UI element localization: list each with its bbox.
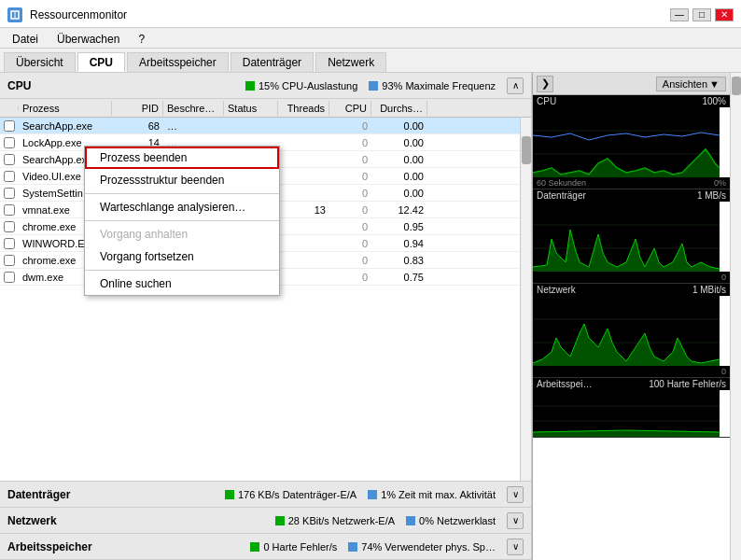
ansichten-label: Ansichten [663,78,707,90]
netzwerk-stat2-icon [406,516,415,525]
cpu-graph-section: CPU 100% 60 Sekunden 0% [533,95,730,189]
window-controls[interactable]: — □ ✕ [670,8,734,21]
cpu-graph-canvas [533,107,720,177]
menu-datei[interactable]: Datei [4,30,47,46]
tab-arbeitsspeicher[interactable]: Arbeitsspeicher [127,52,229,72]
row9-cpu: 0 [329,271,371,284]
arbeitsspeicher-stat1-icon [250,542,259,552]
row2-avg: 0.00 [371,153,427,166]
row6-checkbox[interactable] [4,221,15,232]
row9-checkbox[interactable] [4,272,15,283]
netzwerk-stat1-icon [275,516,285,525]
row5-checkbox[interactable] [4,204,15,216]
datentraeger-stat1: 176 KB/s Datenträger-E/A [225,489,357,500]
close-button[interactable]: ✕ [715,8,734,21]
maximize-button[interactable]: □ [692,8,711,21]
cpu-collapse-btn[interactable]: ∧ [507,77,524,94]
row1-checkbox[interactable] [4,137,15,148]
left-panel: CPU 15% CPU-Auslastung 93% Maximale Freq… [0,73,532,560]
cpu-stat1-label: 15% CPU-Auslastung [259,80,357,91]
row9-avg: 0.75 [371,271,427,284]
arbeitsspeicher-collapse-btn[interactable]: ∨ [507,539,524,555]
netzwerk-stat1: 28 KBit/s Netzwerk-E/A [275,515,395,526]
row0-checkbox[interactable] [4,120,15,132]
cpu-graph-label: CPU [537,96,556,106]
right-nav-button[interactable]: ❯ [537,76,553,92]
cpu-stat2-label: 93% Maximale Frequenz [382,80,496,91]
context-menu-item-online-suchen[interactable]: Online suchen [85,273,279,286]
row4-checkbox[interactable] [4,188,15,199]
row5-threads: 13 [278,203,329,217]
row7-checkbox[interactable] [4,238,15,249]
datentraeger-graph-bottom-right: 0 [721,273,726,282]
main-layout: CPU 15% CPU-Auslastung 93% Maximale Freq… [0,73,741,560]
netzwerk-graph-section: Netzwerk 1 MBit/s 0 [533,284,730,378]
cpu-title: CPU [7,79,31,92]
row2-checkbox[interactable] [4,154,15,165]
context-menu-sep2 [85,220,279,221]
tab-cpu[interactable]: CPU [77,52,125,72]
datentraeger-stats: 176 KB/s Datenträger-E/A 1% Zeit mit max… [225,486,524,503]
row8-checkbox[interactable] [4,255,15,266]
row4-cpu: 0 [329,187,371,200]
context-menu-item-vorgang-fortsetzen[interactable]: Vorgang fortsetzen [85,245,279,268]
th-desc[interactable]: Beschre… [163,101,224,116]
netzwerk-stat1-label: 28 KBit/s Netzwerk-E/A [288,515,395,526]
row3-cpu: 0 [329,170,371,183]
row0-status [224,125,278,127]
cpu-graph-label-row: CPU 100% [533,95,730,107]
tab-uebersicht[interactable]: Übersicht [4,52,76,72]
process-table: SearchApp.exe 68 … 0 0.00 Prozess beende… [0,118,520,481]
app-icon [7,7,22,22]
menu-bar: Datei Überwachen ? [0,28,741,49]
row3-checkbox[interactable] [4,171,15,182]
netzwerk-stats: 28 KBit/s Netzwerk-E/A 0% Netzwerklast ∨ [275,512,524,529]
menu-ueberwachen[interactable]: Überwachen [49,30,128,46]
table-container: SearchApp.exe 68 … 0 0.00 Prozess beende… [0,118,531,481]
row2-cpu: 0 [329,153,371,166]
th-cpu[interactable]: CPU [329,101,371,116]
th-status[interactable]: Status [224,101,278,116]
th-process[interactable]: Prozess [19,101,112,116]
th-threads[interactable]: Threads [278,101,329,116]
netzwerk-graph-value: 1 MBit/s [692,285,726,295]
right-panel: ❯ Ansichten ▼ CPU 100% [532,73,730,560]
datentraeger-graph-value: 1 MB/s [697,190,726,201]
bottom-sections: Datenträger 176 KB/s Datenträger-E/A 1% … [0,481,531,560]
context-menu-item-prozess-beenden[interactable]: Prozess beenden [85,147,279,169]
menu-help[interactable]: ? [130,30,153,46]
row0-process: SearchApp.exe [19,119,112,133]
netzwerk-graph-label-row: Netzwerk 1 MBit/s [533,284,730,296]
arbeitsspeicher-graph-label: Arbeitsspei… [537,379,592,389]
context-menu-sep1 [85,193,279,194]
datentraeger-graph-canvas [533,202,720,272]
right-scrollbar[interactable] [730,73,741,560]
ansichten-button[interactable]: Ansichten ▼ [656,77,726,91]
row8-avg: 0.83 [371,254,427,267]
table-scrollbar[interactable] [520,118,531,481]
tab-netzwerk[interactable]: Netzwerk [315,52,386,72]
table-row[interactable]: SearchApp.exe 68 … 0 0.00 [0,118,520,134]
cpu-graph-value: 100% [702,96,726,106]
datentraeger-graph-section: Datenträger 1 MB/s 0 [533,189,730,284]
datentraeger-stat1-icon [225,490,234,499]
minimize-button[interactable]: — [670,8,689,21]
datentraeger-graph-label-row: Datenträger 1 MB/s [533,189,730,202]
datentraeger-title: Datenträger [7,488,70,501]
row1-threads [278,142,329,144]
arbeitsspeicher-graph-section: Arbeitsspei… 100 Harte Fehler/s [533,378,730,438]
context-menu-item-prozessstruktur-beenden[interactable]: Prozessstruktur beenden [85,169,279,191]
context-menu: Prozess beenden Prozessstruktur beenden … [84,146,280,286]
tab-datentraeger[interactable]: Datenträger [231,52,314,72]
arbeitsspeicher-graph-value: 100 Harte Fehler/s [649,379,726,389]
row7-threads [278,243,329,245]
netzwerk-collapse-btn[interactable]: ∨ [507,512,524,529]
row7-avg: 0.94 [371,237,427,250]
netzwerk-graph-canvas [533,296,720,366]
datentraeger-collapse-btn[interactable]: ∨ [507,486,524,503]
th-pid[interactable]: PID [112,101,163,116]
netzwerk-graph-bottom-right: 0 [721,367,726,376]
context-menu-item-warteschlange[interactable]: Warteschlange analysieren… [85,196,279,218]
row1-avg: 0.00 [371,136,427,149]
th-avg[interactable]: Durchs… [371,101,427,116]
